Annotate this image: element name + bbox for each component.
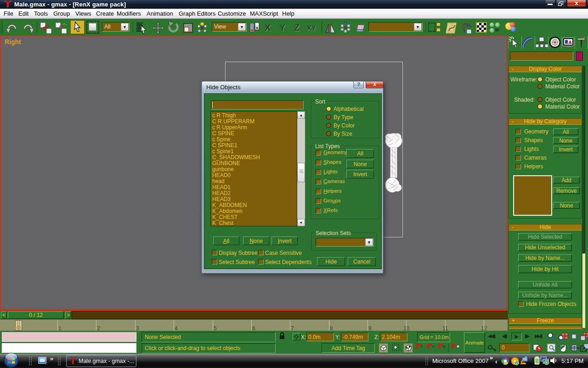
svg-text:2: 2 xyxy=(421,345,423,348)
svg-text:%: % xyxy=(442,345,445,348)
